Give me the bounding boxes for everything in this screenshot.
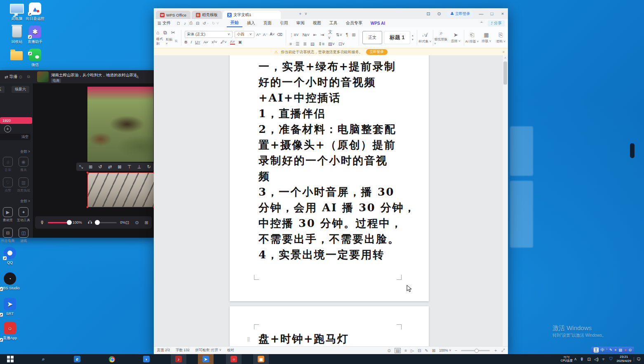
resource-tool[interactable]: ⎘ 资料 ˅ (494, 27, 508, 48)
font-color-button[interactable]: A˅ (230, 39, 235, 45)
tab-document[interactable]: 文 文字文稿1 (223, 11, 281, 19)
typeset-tool[interactable]: ▦ 排版 ˅ (479, 27, 494, 48)
tray-volume-icon[interactable]: ◁) (592, 357, 600, 362)
ime-lang-toggle[interactable]: 中 (601, 347, 604, 353)
tray-network-icon[interactable]: ᯤ (600, 357, 608, 362)
banner-close-icon[interactable]: × (503, 50, 505, 54)
share-button[interactable]: ⤴分享 (488, 20, 505, 26)
maximize-button[interactable]: □ (487, 9, 497, 18)
zoom-value[interactable]: 100% ˅ (439, 348, 451, 352)
line-spacing-icon[interactable]: ⇕≡ (318, 41, 324, 46)
paste-button[interactable]: 粘贴 ˅ (166, 37, 172, 45)
tool-ecommerce[interactable]: ⊟抖音电商 (1, 228, 15, 243)
view-page-icon[interactable]: ▤ (395, 348, 401, 353)
vertical-scrollbar[interactable]: ˄ (502, 55, 508, 347)
scene-tab-5[interactable]: 五 (0, 86, 5, 93)
clear-row[interactable]: 清空 (0, 134, 31, 140)
headphone-icon[interactable]: 🎧︎ (88, 220, 92, 225)
login-chip[interactable]: 👤︎立即登录 (447, 10, 473, 17)
taskbar-chrome[interactable] (104, 354, 120, 364)
find-replace-tool[interactable]: ⌕ 查找替换 ˅ (434, 27, 449, 48)
microphone-icon[interactable]: 🎙︎ (40, 220, 45, 225)
styles-down-icon[interactable]: ▾ (412, 38, 414, 41)
cpu-temp-widget[interactable]: 71°C CPU温度 (561, 356, 573, 363)
scene-tab-6[interactable]: 场景六 (12, 86, 29, 93)
settings-icon[interactable]: ⊞ (145, 220, 148, 225)
tool-music[interactable]: ♫音乐 (1, 157, 15, 172)
underline-button[interactable]: U˅ (195, 40, 200, 44)
tool-media-library[interactable]: ▶素材库 (1, 207, 15, 222)
clear-format-icon[interactable]: ⌫ (277, 32, 282, 37)
rotate-left-icon[interactable]: ↺ (99, 164, 102, 170)
tray-mic-icon[interactable]: 🎙︎ (578, 357, 585, 362)
change-case-icon[interactable]: 𝐀˅ (270, 32, 275, 37)
expand-icon[interactable]: ⤡ (79, 164, 83, 170)
fullscreen-icon[interactable]: ⤢ (501, 348, 505, 353)
view-web-icon[interactable]: ⊟ (418, 348, 421, 353)
copy-icon[interactable]: ⧉ (26, 74, 31, 79)
paragraph-drag-handle[interactable]: ⣿ (247, 337, 250, 341)
tray-clock[interactable]: 23:21 2025/4/29 (616, 355, 631, 363)
desktop-icon-live-helper[interactable]: ✱ 直播助手 (20, 26, 50, 45)
crop-icon[interactable]: ⊠ (118, 164, 122, 170)
document-area[interactable]: 一，实景+绿布+提前录制 好的一个小时的音视频 +AI+中控插话 1，直播伴侣 … (154, 55, 503, 347)
copy-icon[interactable]: ⧉ (163, 30, 167, 35)
superscript-button[interactable]: x²˅ (212, 40, 217, 44)
reset-icon[interactable]: ↻ (147, 164, 151, 170)
tool-magic[interactable]: ◉魔表 (16, 157, 31, 172)
info-icon[interactable]: ⊙ (17, 75, 23, 79)
taskbar-app-orange[interactable]: ▣ (253, 354, 269, 364)
status-proof[interactable]: 校对 (227, 348, 234, 353)
sort-icon[interactable]: ⇅˅ (336, 32, 342, 37)
banner-login-button[interactable]: 立即登录 (366, 49, 388, 55)
font-name-select[interactable]: 宋体 (正文)˅ (185, 31, 233, 38)
desktop-icon-qq[interactable]: QQ (0, 247, 20, 265)
show-marks-icon[interactable]: ¶ (346, 32, 348, 37)
menu-tab-view[interactable]: 视图 (309, 20, 325, 26)
minimize-button[interactable]: — (476, 9, 487, 18)
indent-icon[interactable]: ⇥ (321, 32, 324, 37)
ai-typeset-tool[interactable]: ⎗ AI 排版 ˅ (465, 27, 479, 48)
zoom-slider[interactable] (461, 350, 490, 351)
align-right-icon[interactable]: ≣ (303, 41, 307, 46)
skin-icon[interactable]: ⊙ (434, 9, 444, 18)
layout-mode-icon[interactable]: ⊡ (423, 9, 434, 18)
scene-video-nature[interactable] (87, 87, 153, 162)
view-outline-icon[interactable]: ≡ (404, 348, 407, 353)
zoom-out-icon[interactable]: − (455, 348, 457, 353)
ime-pen-icon[interactable]: ✎ (609, 348, 613, 352)
new-tab-button[interactable]: ＋ (297, 11, 303, 17)
tool-like[interactable]: ♡点赞 (1, 177, 15, 193)
grow-font-icon[interactable]: A⁺ (256, 32, 261, 37)
shrink-font-icon[interactable]: A⁻ (263, 32, 268, 37)
edit-title-icon[interactable]: ✎ (134, 73, 139, 80)
menu-tab-home[interactable]: 开始 (227, 19, 242, 27)
highlight-button[interactable]: 🖉˅ (221, 40, 227, 44)
music-note-icon[interactable]: ♪ (183, 21, 187, 26)
scrollbar-thumb[interactable] (503, 61, 507, 85)
selection-handle[interactable] (87, 206, 88, 208)
fit-page-icon[interactable]: ⊠ (432, 348, 435, 353)
tray-display-icon[interactable]: ⊡ (585, 357, 592, 362)
taskbar-edge[interactable]: e (69, 354, 85, 364)
monitor-volume-slider[interactable] (96, 222, 117, 223)
tool-interactive[interactable]: ✦互动工具 (16, 207, 31, 222)
align-center-icon[interactable]: ☰ (296, 41, 299, 46)
tray-security-icon[interactable]: ⛉ (608, 357, 614, 362)
menu-tab-review[interactable]: 审阅 (293, 20, 308, 26)
close-button[interactable]: × (497, 9, 508, 18)
clear-button[interactable]: 清空 (21, 135, 28, 139)
align-bottom-icon[interactable]: ⊥ (137, 164, 141, 170)
menu-tab-reference[interactable]: 引用 (276, 20, 292, 26)
ime-toolbox-icon[interactable]: ● (624, 348, 626, 352)
ime-settings-icon[interactable]: ⊙ (628, 348, 632, 352)
menu-tab-insert[interactable]: 插入 (243, 20, 259, 26)
select-tool[interactable]: ➤ 选择 ˅ (449, 27, 463, 48)
asian-layout-icon[interactable]: 文˅ (328, 29, 332, 40)
resolution-button[interactable]: 1920 (0, 117, 32, 124)
char-shading-icon[interactable]: ▣ (238, 40, 242, 44)
desktop-icon-remote-app[interactable]: ▲ 向日葵远控 (20, 2, 50, 21)
columns-icon[interactable]: ⊞ (352, 32, 356, 37)
collapse-ribbon-icon[interactable]: ⌃ (479, 21, 484, 26)
fullscreen-icon[interactable]: ⊞ (89, 164, 92, 170)
